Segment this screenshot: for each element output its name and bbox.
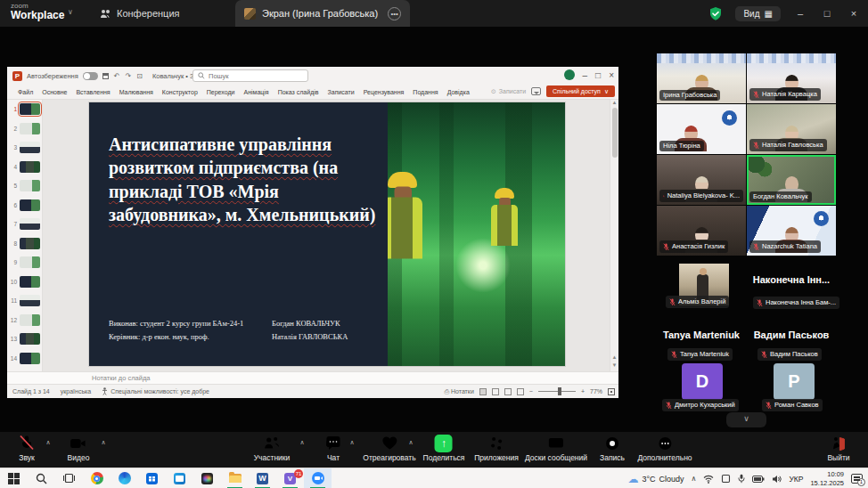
slide-thumbnail[interactable] xyxy=(20,142,40,153)
ribbon-tab-design[interactable]: Конструктор xyxy=(158,89,202,95)
mail-app-button[interactable] xyxy=(166,468,193,488)
slide-thumbnail[interactable] xyxy=(20,199,40,211)
redo-icon[interactable]: ↷ xyxy=(126,72,132,80)
zoom-app-button[interactable] xyxy=(304,468,332,488)
slide-thumbnail[interactable] xyxy=(20,256,40,268)
ppt-maximize-button[interactable]: □ xyxy=(595,70,601,80)
security-shield-icon[interactable] xyxy=(708,6,723,21)
participant-tile[interactable]: Анастасія Гизлик xyxy=(657,206,746,256)
slide-thumb-14[interactable]: 14 xyxy=(10,353,42,364)
slide-thumb-6[interactable]: 6 xyxy=(10,199,42,211)
ribbon-tab-draw[interactable]: Малювання xyxy=(115,89,158,95)
chevron-down-icon[interactable]: ∨ xyxy=(68,8,73,16)
chrome-app-button[interactable] xyxy=(83,468,111,488)
zoom-slider[interactable] xyxy=(538,391,576,392)
save-icon[interactable] xyxy=(102,73,109,79)
share-screen-button[interactable]: ↑ Поделиться xyxy=(423,435,465,462)
task-view-button[interactable] xyxy=(55,468,83,488)
scroll-up-arrow-icon[interactable]: ▲ xyxy=(610,100,618,105)
slideshow-view-icon[interactable] xyxy=(517,388,524,395)
video-options-chevron[interactable]: ∧ xyxy=(101,439,105,446)
zoom-level[interactable]: 77% xyxy=(590,388,602,394)
apps-button[interactable]: Приложения xyxy=(474,435,519,462)
chat-options-chevron[interactable]: ∧ xyxy=(349,439,354,446)
accessibility-status[interactable]: Спеціальні можливості: усе добре xyxy=(102,387,209,395)
participant-avatar[interactable]: D xyxy=(682,363,723,400)
participants-button[interactable]: Участники xyxy=(254,435,291,462)
minimize-button[interactable]: – xyxy=(793,8,807,19)
more-button[interactable]: Дополнительно xyxy=(637,435,692,462)
search-input[interactable] xyxy=(209,72,298,80)
maximize-button[interactable]: □ xyxy=(820,8,834,19)
ribbon-tab-help[interactable]: Довідка xyxy=(443,89,474,95)
slide-canvas[interactable]: Антисипативне управління розвитком підпр… xyxy=(89,102,565,366)
microsoft-store-button[interactable] xyxy=(138,468,166,488)
ppt-minimize-button[interactable]: – xyxy=(583,70,588,80)
ribbon-tab-view[interactable]: Подання xyxy=(408,89,442,95)
zoom-out-icon[interactable]: − xyxy=(529,388,533,394)
ribbon-tab-slideshow[interactable]: Показ слайдів xyxy=(274,89,323,95)
comments-icon[interactable] xyxy=(531,87,541,95)
edge-app-button[interactable] xyxy=(111,468,138,488)
slide-thumbnail[interactable] xyxy=(20,238,40,249)
notes-pane[interactable]: Нотатки до слайда xyxy=(7,371,618,384)
undo-icon[interactable]: ↶ xyxy=(114,72,120,80)
ppt-close-button[interactable]: × xyxy=(609,70,614,80)
device-icon[interactable] xyxy=(721,474,731,484)
previous-slide-icon[interactable]: ▲ xyxy=(610,354,618,362)
hidden-icons-chevron[interactable]: ∧ xyxy=(692,475,697,483)
participant-avatar[interactable]: P xyxy=(774,363,815,400)
weather-widget[interactable]: ☁ 3°C Cloudy xyxy=(627,473,684,485)
slide-thumbnail[interactable] xyxy=(20,123,40,134)
participant-display-name[interactable]: Вадим Паськов xyxy=(747,329,836,340)
tab-options-ellipsis-icon[interactable]: ••• xyxy=(388,7,401,20)
input-language[interactable]: УКР xyxy=(789,475,803,484)
vertical-scrollbar[interactable]: ▲ ▲▼ xyxy=(610,100,618,371)
record-button[interactable]: Запись xyxy=(600,435,625,462)
slide-thumb-13[interactable]: 13 xyxy=(10,333,42,345)
notification-center-icon[interactable]: 1 xyxy=(851,474,863,484)
slide-thumb-3[interactable]: 3 xyxy=(10,142,42,153)
ribbon-tab-insert[interactable]: Вставлення xyxy=(71,89,114,95)
wifi-icon[interactable] xyxy=(703,475,714,484)
participants-options-chevron[interactable]: ∧ xyxy=(299,439,304,446)
tab-meeting[interactable]: Конференция xyxy=(89,0,190,27)
slide-thumb-9[interactable]: 9 xyxy=(10,256,42,268)
slide-thumb-5[interactable]: 5 xyxy=(10,180,42,191)
record-button[interactable]: ⊙Записати xyxy=(491,88,526,95)
whiteboards-button[interactable]: Доски сообщений xyxy=(525,435,587,462)
participant-display-name[interactable]: Наконечна Інн... xyxy=(747,274,836,285)
ribbon-tab-record[interactable]: Записати xyxy=(323,89,359,95)
ribbon-tab-review[interactable]: Рецензування xyxy=(359,89,409,95)
word-app-button[interactable] xyxy=(249,468,276,488)
fit-to-window-icon[interactable] xyxy=(608,388,615,395)
audio-options-chevron[interactable]: ∧ xyxy=(45,439,50,446)
share-access-button[interactable]: Спільний доступ∨ xyxy=(546,85,615,97)
present-icon[interactable]: ⊡ xyxy=(136,72,143,80)
slide-thumb-7[interactable]: 7 xyxy=(10,218,42,230)
participant-tile[interactable]: Nazarchuk Tatiana xyxy=(747,206,836,256)
slide-thumbnail[interactable] xyxy=(20,295,40,306)
close-button[interactable]: × xyxy=(847,8,861,19)
tab-shared-screen[interactable]: Экран (Ірина Грабовська) ••• xyxy=(235,0,410,27)
expand-gallery-button[interactable]: ∨ xyxy=(726,412,766,427)
participant-tile[interactable]: Nataliya Bielyakova- K... xyxy=(657,155,746,205)
slide-thumb-10[interactable]: 10 xyxy=(10,276,42,288)
ribbon-tab-home[interactable]: Основне xyxy=(37,89,71,95)
slide-thumbnail[interactable] xyxy=(20,180,40,191)
participant-display-name[interactable]: Tanya Marteniuk xyxy=(657,329,746,340)
participant-tile-active-speaker[interactable]: Богдан Ковальчук xyxy=(747,155,836,205)
slide-thumbnail-panel[interactable]: 1 2 3 4 5 6 7 8 9 10 11 12 13 14 xyxy=(7,100,43,371)
language-label[interactable]: українська xyxy=(61,388,91,394)
chat-button[interactable]: Чат xyxy=(325,435,342,462)
viber-app-button[interactable]: 71 xyxy=(276,468,304,488)
video-button[interactable]: Видео xyxy=(68,435,90,462)
start-button[interactable] xyxy=(0,468,28,488)
slide-title[interactable]: Антисипативне управління розвитком підпр… xyxy=(109,133,376,227)
volume-icon[interactable] xyxy=(772,475,782,484)
taskbar-search-button[interactable] xyxy=(28,468,55,488)
file-explorer-button[interactable] xyxy=(221,468,249,488)
account-avatar[interactable] xyxy=(564,69,575,80)
slide-thumbnail[interactable] xyxy=(20,218,40,230)
slide-thumbnail[interactable] xyxy=(20,333,40,345)
